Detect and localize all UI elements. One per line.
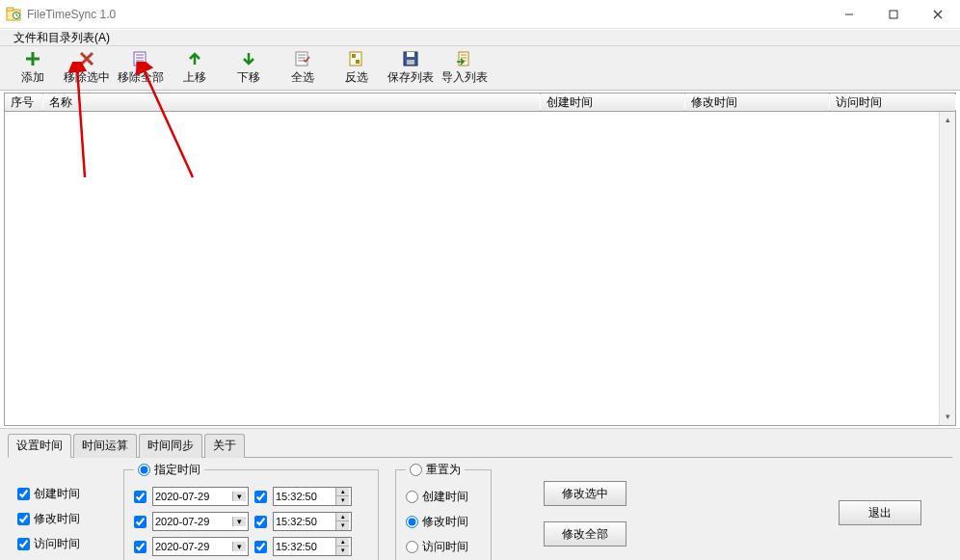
invert-select-button[interactable]: 反选	[330, 48, 384, 86]
toolbar: 添加 移除选中 移除全部 上移 下移 全选 反选 保存列表 导入列表	[0, 46, 960, 91]
remove-all-button[interactable]: 移除全部	[114, 48, 168, 86]
col-name[interactable]: 名称	[43, 93, 541, 111]
window-controls	[827, 0, 960, 28]
invert-select-label: 反选	[345, 69, 368, 86]
menu-file-list[interactable]: 文件和目录列表(A)	[10, 30, 114, 46]
check-modify-input[interactable]	[17, 513, 30, 525]
radio-specified-time[interactable]: 指定时间	[138, 462, 200, 478]
remove-selected-label: 移除选中	[64, 69, 110, 86]
check-modify-time[interactable]: 修改时间	[17, 511, 80, 527]
col-modify-time[interactable]: 修改时间	[685, 93, 830, 111]
radio-reset-access[interactable]: 访问时间	[406, 539, 468, 555]
exit-button[interactable]: 退出	[839, 500, 921, 525]
arrow-up-icon	[186, 50, 203, 67]
table-body[interactable]	[4, 112, 956, 426]
check-access-time[interactable]: 访问时间	[17, 536, 80, 552]
svg-rect-11	[407, 60, 414, 65]
radio-reset-label: 重置为	[426, 462, 461, 478]
remove-selected-button[interactable]: 移除选中	[60, 48, 114, 86]
check-date2[interactable]	[134, 516, 147, 528]
dropdown-icon[interactable]: ▾	[232, 517, 246, 526]
reset-to-group: 重置为 创建时间 修改时间 访问时间	[395, 462, 492, 560]
import-icon	[456, 50, 473, 67]
x-icon	[78, 50, 95, 67]
radio-specified-label: 指定时间	[154, 462, 200, 478]
import-list-button[interactable]: 导入列表	[438, 48, 492, 86]
close-button[interactable]	[916, 0, 960, 28]
dropdown-icon[interactable]: ▾	[232, 492, 246, 501]
svg-rect-10	[407, 52, 414, 57]
check-time1[interactable]	[254, 491, 267, 503]
time3-field[interactable]: 15:32:50▴▾	[273, 537, 352, 556]
check-date1[interactable]	[134, 491, 147, 503]
time-checks: 创建时间 修改时间 访问时间	[17, 481, 80, 556]
tab-time-calc[interactable]: 时间运算	[73, 434, 137, 458]
arrow-down-icon	[240, 50, 257, 67]
date3-field[interactable]: 2020-07-29▾	[152, 537, 249, 556]
tab-content: 创建时间 修改时间 访问时间 指定时间 2020-07-29▾ 15:32:50…	[0, 458, 960, 560]
modify-all-button[interactable]: 修改全部	[544, 521, 627, 547]
list-icon	[132, 50, 149, 67]
check-create-time[interactable]: 创建时间	[17, 486, 80, 502]
bottom-panel: 设置时间 时间运算 时间同步 关于 创建时间 修改时间 访问时间 指定时间 20…	[0, 428, 960, 560]
col-create-time[interactable]: 创建时间	[541, 93, 685, 111]
select-all-button[interactable]: 全选	[276, 48, 330, 86]
save-list-button[interactable]: 保存列表	[384, 48, 438, 86]
import-list-label: 导入列表	[441, 69, 488, 86]
check-time3[interactable]	[254, 541, 267, 553]
remove-all-label: 移除全部	[118, 69, 164, 86]
select-all-icon	[294, 50, 311, 67]
radio-specified-input[interactable]	[138, 464, 150, 476]
select-all-label: 全选	[291, 69, 314, 86]
add-label: 添加	[21, 69, 44, 86]
floppy-icon	[402, 50, 419, 67]
minimize-button[interactable]	[827, 0, 871, 28]
spinner-icon[interactable]: ▴▾	[335, 488, 349, 505]
tabbar: 设置时间 时间运算 时间同步 关于	[0, 429, 960, 457]
check-access-input[interactable]	[17, 538, 30, 550]
radio-reset-modify[interactable]: 修改时间	[406, 514, 468, 530]
check-modify-label: 修改时间	[34, 511, 80, 527]
move-up-button[interactable]: 上移	[168, 48, 222, 86]
table-header: 序号 名称 创建时间 修改时间 访问时间	[4, 93, 956, 112]
col-access-time[interactable]: 访问时间	[830, 93, 955, 111]
plus-icon	[24, 50, 41, 67]
move-down-label: 下移	[237, 69, 260, 86]
svg-rect-1	[7, 8, 13, 11]
time1-field[interactable]: 15:32:50▴▾	[273, 487, 352, 506]
add-button[interactable]: 添加	[6, 48, 60, 86]
col-seq[interactable]: 序号	[5, 93, 43, 111]
specified-time-group: 指定时间 2020-07-29▾ 15:32:50▴▾ 2020-07-29▾ …	[123, 462, 379, 560]
invert-select-icon	[348, 50, 365, 67]
check-create-label: 创建时间	[34, 486, 80, 502]
check-access-label: 访问时间	[34, 536, 80, 552]
check-date3[interactable]	[134, 541, 147, 553]
svg-rect-12	[459, 52, 468, 66]
exit-wrap: 退出	[839, 500, 921, 525]
modify-selected-button[interactable]: 修改选中	[544, 481, 627, 506]
move-up-label: 上移	[183, 69, 206, 86]
spinner-icon[interactable]: ▴▾	[335, 538, 349, 555]
save-list-label: 保存列表	[387, 69, 434, 86]
radio-reset-input[interactable]	[410, 464, 422, 476]
radio-reset-create[interactable]: 创建时间	[406, 489, 468, 505]
move-down-button[interactable]: 下移	[222, 48, 276, 86]
time2-field[interactable]: 15:32:50▴▾	[273, 512, 352, 531]
tab-set-time[interactable]: 设置时间	[8, 434, 71, 458]
tab-about[interactable]: 关于	[204, 434, 245, 458]
vertical-scrollbar[interactable]	[939, 112, 955, 425]
titlebar: FileTimeSync 1.0	[0, 0, 960, 29]
date1-field[interactable]: 2020-07-29▾	[152, 487, 249, 506]
tab-time-sync[interactable]: 时间同步	[139, 434, 202, 458]
date2-field[interactable]: 2020-07-29▾	[152, 512, 249, 531]
check-time2[interactable]	[254, 516, 267, 528]
radio-reset-to[interactable]: 重置为	[410, 462, 461, 478]
check-create-input[interactable]	[17, 488, 30, 500]
maximize-button[interactable]	[871, 0, 916, 28]
spinner-icon[interactable]: ▴▾	[335, 513, 349, 530]
menubar: 文件和目录列表(A)	[0, 29, 960, 46]
dropdown-icon[interactable]: ▾	[232, 542, 246, 551]
svg-rect-7	[352, 54, 356, 58]
svg-rect-3	[890, 11, 897, 18]
app-icon	[6, 7, 21, 22]
